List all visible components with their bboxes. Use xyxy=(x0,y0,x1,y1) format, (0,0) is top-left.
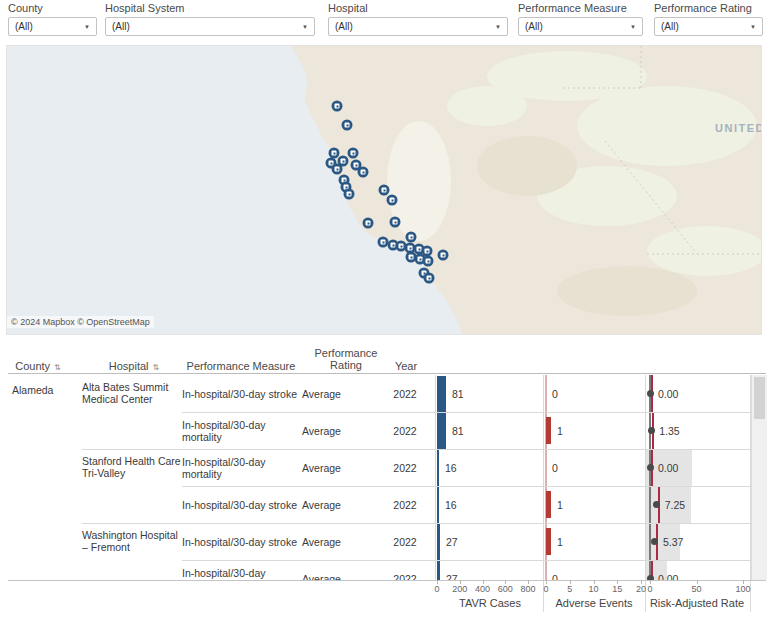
filter-hospital-system-value: (All) xyxy=(112,21,130,32)
hospital-marker[interactable] xyxy=(342,120,353,131)
rate-value: 0.00 xyxy=(658,375,678,412)
hospital-marker[interactable] xyxy=(332,164,343,175)
map[interactable]: UNITED © 2024 Mapbox © OpenStreetMap xyxy=(6,45,762,335)
filter-county-label: County xyxy=(8,2,97,14)
filter-performance-measure: Performance Measure (All) ▼ xyxy=(518,2,643,36)
axis-tick-label: 10 xyxy=(588,584,598,594)
row-divider xyxy=(435,486,750,487)
hospital-marker[interactable] xyxy=(332,101,343,112)
cell-year: 2022 xyxy=(385,523,425,560)
chevron-down-icon: ▼ xyxy=(302,24,308,30)
tavr-bar[interactable] xyxy=(437,561,440,581)
row-divider xyxy=(435,560,750,561)
chevron-down-icon: ▼ xyxy=(630,24,636,30)
filter-performance-rating-value: (All) xyxy=(661,21,679,32)
column-header-county[interactable]: County⇅ xyxy=(12,360,64,374)
filter-performance-measure-dropdown[interactable]: (All) ▼ xyxy=(518,17,643,36)
sort-icon[interactable]: ⇅ xyxy=(153,363,160,372)
map-region-label: UNITED xyxy=(715,122,762,134)
column-header-measure[interactable]: Performance Measure xyxy=(182,360,300,372)
hospital-marker[interactable] xyxy=(390,217,401,228)
hospital-marker[interactable] xyxy=(424,273,435,284)
column-header-hospital[interactable]: Hospital⇅ xyxy=(95,360,173,374)
column-header-rating-line2: Rating xyxy=(302,359,390,371)
row-divider xyxy=(82,523,435,524)
hospital-marker[interactable] xyxy=(438,250,449,261)
filter-hospital-system-dropdown[interactable]: (All) ▼ xyxy=(105,17,315,36)
filter-hospital-label: Hospital xyxy=(328,2,508,14)
rate-dot[interactable] xyxy=(647,464,654,471)
header-divider xyxy=(8,373,766,374)
scrollbar-thumb[interactable] xyxy=(754,377,765,419)
filter-performance-rating-dropdown[interactable]: (All) ▼ xyxy=(654,17,763,36)
adverse-bar[interactable] xyxy=(546,491,551,518)
axis-title: Risk-Adjusted Rate xyxy=(627,597,767,609)
tavr-value: 81 xyxy=(452,412,464,449)
rate-value: 1.35 xyxy=(659,412,679,449)
adverse-value: 0 xyxy=(552,449,558,486)
chevron-down-icon: ▼ xyxy=(84,24,90,30)
adverse-bar[interactable] xyxy=(546,417,551,444)
axis-tick-label: 0 xyxy=(647,584,652,594)
column-header-measure-label: Performance Measure xyxy=(187,360,296,372)
table-row[interactable]: In-hospital/30-day mortalityAverage20228… xyxy=(0,412,751,449)
filter-county: County (All) ▼ xyxy=(8,2,97,36)
cell-measure: In-hospital/30-day mortality xyxy=(182,412,300,449)
rate-value: 0.00 xyxy=(658,560,678,580)
adverse-bar[interactable] xyxy=(546,528,551,555)
cell-hospital: Alta Bates Summit Medical Center xyxy=(82,381,182,405)
cell-year: 2022 xyxy=(385,486,425,523)
cell-rating: Average xyxy=(302,560,390,580)
hospital-marker[interactable] xyxy=(358,167,369,178)
table-row[interactable]: Washington Hospital – FremontIn-hospital… xyxy=(0,523,751,560)
axis-tick-label: 0 xyxy=(434,584,439,594)
rate-dot[interactable] xyxy=(647,390,654,397)
hospital-marker[interactable] xyxy=(387,195,398,206)
hospital-marker[interactable] xyxy=(423,256,434,267)
table-row[interactable]: AlamedaAlta Bates Summit Medical CenterI… xyxy=(0,375,751,412)
adverse-zero-line xyxy=(545,375,547,412)
rate-value: 0.00 xyxy=(658,449,678,486)
column-header-rating[interactable]: Performance Rating xyxy=(302,347,390,371)
table-bottom-border xyxy=(8,580,766,581)
hospital-marker[interactable] xyxy=(406,232,417,243)
cell-measure: In-hospital/30-day mortality xyxy=(182,560,300,580)
tavr-bar[interactable] xyxy=(437,376,446,412)
cell-year: 2022 xyxy=(385,449,425,486)
table-row[interactable]: In-hospital/30-day strokeAverage20221617… xyxy=(0,486,751,523)
table-row[interactable]: Stanford Health Care Tri-ValleyIn-hospit… xyxy=(0,449,751,486)
filter-performance-measure-label: Performance Measure xyxy=(518,2,643,14)
tavr-bar[interactable] xyxy=(437,413,446,449)
row-divider xyxy=(182,412,435,413)
filter-hospital-dropdown[interactable]: (All) ▼ xyxy=(328,17,508,36)
tavr-value: 16 xyxy=(445,486,457,523)
cell-hospital: Washington Hospital – Fremont xyxy=(82,529,182,553)
table-row[interactable]: In-hospital/30-day mortalityAverage20222… xyxy=(0,560,751,580)
dashboard: County (All) ▼ Hospital System (All) ▼ H… xyxy=(0,0,768,628)
cell-rating: Average xyxy=(302,412,390,449)
cell-hospital: Stanford Health Care Tri-Valley xyxy=(82,455,182,479)
sort-icon[interactable]: ⇅ xyxy=(54,363,61,372)
tavr-value: 81 xyxy=(452,375,464,412)
column-header-year[interactable]: Year xyxy=(385,360,427,372)
hospital-marker[interactable] xyxy=(344,189,355,200)
axis-tick-label: 200 xyxy=(452,584,467,594)
column-header-year-label: Year xyxy=(395,360,417,372)
hospital-marker[interactable] xyxy=(379,185,390,196)
column-header-county-label: County xyxy=(15,360,50,372)
column-header-rating-line1: Performance xyxy=(302,347,390,359)
tavr-bar[interactable] xyxy=(437,487,439,523)
hospital-marker[interactable] xyxy=(348,148,359,159)
axis-tick-label: 100 xyxy=(735,584,750,594)
filter-county-dropdown[interactable]: (All) ▼ xyxy=(8,17,97,36)
cell-year: 2022 xyxy=(385,375,425,412)
table-scrollbar[interactable] xyxy=(751,375,767,580)
tavr-bar[interactable] xyxy=(437,450,439,486)
axis-tick-label: 20 xyxy=(636,584,646,594)
tavr-bar[interactable] xyxy=(437,524,440,560)
hospital-marker[interactable] xyxy=(363,218,374,229)
adverse-value: 0 xyxy=(552,375,558,412)
rate-dot[interactable] xyxy=(648,427,655,434)
row-divider xyxy=(82,449,435,450)
filter-performance-rating: Performance Rating (All) ▼ xyxy=(654,2,763,36)
